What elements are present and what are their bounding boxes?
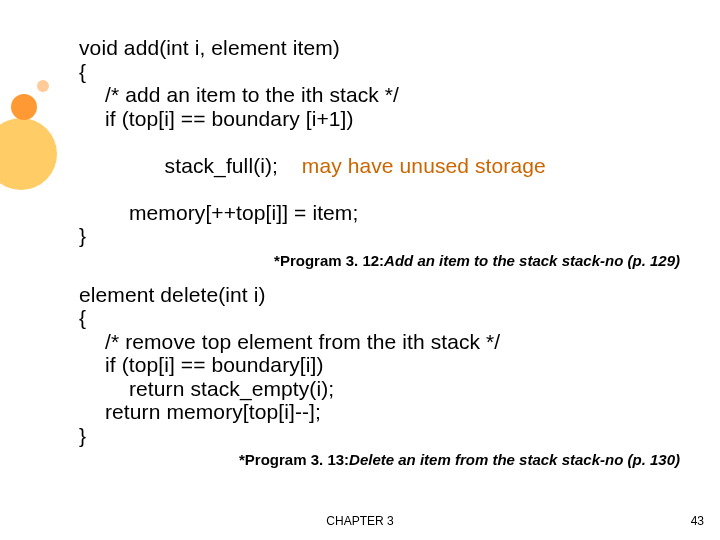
code-block-add: void add(int i, element item) { /* add a… xyxy=(79,36,720,248)
code-line: { xyxy=(79,60,720,84)
caption-prefix: *Program 3. 13: xyxy=(239,451,349,468)
code-line: return memory[top[i]--]; xyxy=(79,400,720,424)
footer-page-number: 43 xyxy=(691,514,704,528)
caption-text: Add an item to the stack stack-no (p. 12… xyxy=(384,252,680,269)
code-line: if (top[i] == boundary[i]) xyxy=(79,353,720,377)
code-line: /* add an item to the ith stack */ xyxy=(79,83,720,107)
caption-text: Delete an item from the stack stack-no (… xyxy=(349,451,680,468)
code-line: stack_full(i); may have unused storage xyxy=(79,130,720,201)
code-block-delete: element delete(int i) { /* remove top el… xyxy=(79,283,720,448)
annotation-text: may have unused storage xyxy=(302,154,546,177)
code-line: /* remove top element from the ith stack… xyxy=(79,330,720,354)
code-line: { xyxy=(79,306,720,330)
code-line: return stack_empty(i); xyxy=(79,377,720,401)
footer-chapter: CHAPTER 3 xyxy=(0,514,720,528)
slide: void add(int i, element item) { /* add a… xyxy=(0,0,720,540)
code-text: stack_full(i); xyxy=(165,154,278,177)
code-line: } xyxy=(79,424,720,448)
code-line: if (top[i] == boundary [i+1]) xyxy=(79,107,720,131)
caption-prefix: *Program 3. 12: xyxy=(274,252,384,269)
decor-bubble-medium xyxy=(11,94,37,120)
decor-bubble-small xyxy=(37,80,49,92)
code-line: memory[++top[i]] = item; xyxy=(79,201,720,225)
code-line: void add(int i, element item) xyxy=(79,36,720,60)
code-line: } xyxy=(79,224,720,248)
caption-program-3-12: *Program 3. 12:Add an item to the stack … xyxy=(79,252,720,269)
caption-program-3-13: *Program 3. 13:Delete an item from the s… xyxy=(79,451,720,468)
decor-bubble-large xyxy=(0,118,57,190)
code-line: element delete(int i) xyxy=(79,283,720,307)
